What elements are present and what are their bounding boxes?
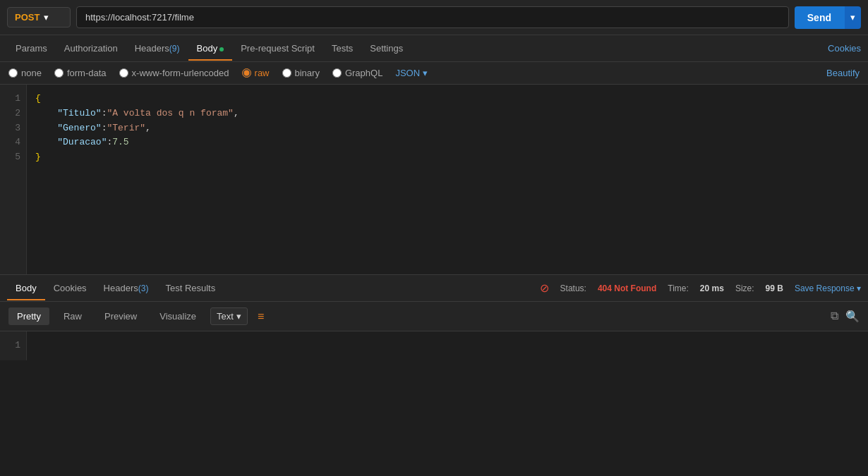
- response-body: 1: [0, 331, 868, 360]
- code-editor[interactable]: { "Titulo":"A volta dos q n foram", "Gen…: [27, 85, 868, 274]
- request-tabs: Params Authorization Headers(9) Body Pre…: [0, 35, 868, 62]
- tab-headers[interactable]: Headers(9): [126, 36, 188, 61]
- send-button[interactable]: Send: [795, 6, 844, 29]
- method-chevron-icon: ▾: [44, 12, 49, 23]
- line-numbers: 1 2 3 4 5: [0, 85, 27, 274]
- resp-tab-body[interactable]: Body: [7, 276, 45, 300]
- size-value: 99 B: [766, 283, 783, 293]
- status-value: 404 Not Found: [598, 283, 656, 293]
- response-code: [27, 331, 868, 360]
- resp-tab-headers[interactable]: Headers(3): [95, 276, 157, 300]
- filter-icon[interactable]: ≡: [258, 310, 264, 323]
- top-bar: POST ▾ Send ▾: [0, 0, 868, 35]
- option-raw[interactable]: raw: [242, 68, 270, 78]
- beautify-button[interactable]: Beautify: [826, 68, 860, 78]
- tab-params[interactable]: Params: [7, 36, 56, 61]
- option-none[interactable]: none: [8, 68, 42, 78]
- body-options: none form-data x-www-form-urlencoded raw…: [0, 62, 868, 85]
- status-area: ⊘ Status: 404 Not Found Time: 20 ms Size…: [540, 281, 861, 295]
- method-text: POST: [15, 12, 40, 23]
- cookies-link[interactable]: Cookies: [828, 36, 861, 61]
- option-urlencoded[interactable]: x-www-form-urlencoded: [119, 68, 229, 78]
- text-chevron-icon: ▾: [236, 311, 241, 322]
- method-selector[interactable]: POST ▾: [7, 7, 71, 28]
- time-label: Time:: [668, 283, 689, 293]
- body-dot: [219, 47, 224, 51]
- tab-tests[interactable]: Tests: [323, 36, 361, 61]
- resp-tab-cookies[interactable]: Cookies: [45, 276, 95, 300]
- request-body-editor[interactable]: 1 2 3 4 5 { "Titulo":"A volta dos q n fo…: [0, 85, 868, 275]
- size-label: Size:: [735, 283, 754, 293]
- status-label: Status:: [560, 283, 586, 293]
- json-type-select[interactable]: JSON ▾: [395, 68, 428, 78]
- view-options: Pretty Raw Preview Visualize Text ▾ ≡ ⧉ …: [0, 302, 868, 331]
- search-icon[interactable]: 🔍: [845, 310, 860, 323]
- time-value: 20 ms: [700, 283, 724, 293]
- save-response-button[interactable]: Save Response ▾: [795, 283, 861, 293]
- json-chevron-icon: ▾: [423, 68, 428, 78]
- raw-button[interactable]: Raw: [55, 307, 90, 325]
- resp-tab-test-results[interactable]: Test Results: [157, 276, 224, 300]
- preview-button[interactable]: Preview: [96, 307, 145, 325]
- resp-line-numbers: 1: [0, 331, 27, 360]
- option-binary[interactable]: binary: [282, 68, 320, 78]
- pretty-button[interactable]: Pretty: [8, 307, 49, 325]
- option-graphql[interactable]: GraphQL: [332, 68, 382, 78]
- view-right-icons: ⧉ 🔍: [831, 310, 860, 323]
- tab-pre-request[interactable]: Pre-request Script: [232, 36, 323, 61]
- tab-authorization[interactable]: Authorization: [56, 36, 126, 61]
- status-error-icon: ⊘: [540, 281, 549, 295]
- tab-settings[interactable]: Settings: [361, 36, 411, 61]
- send-group: Send ▾: [795, 6, 861, 29]
- option-form-data[interactable]: form-data: [54, 68, 107, 78]
- response-tabs: Body Cookies Headers(3) Test Results ⊘ S…: [0, 275, 868, 302]
- url-input[interactable]: [76, 6, 789, 28]
- copy-icon[interactable]: ⧉: [831, 310, 838, 323]
- text-format-select[interactable]: Text ▾: [210, 307, 248, 325]
- send-dropdown-button[interactable]: ▾: [844, 6, 861, 29]
- tab-body[interactable]: Body: [188, 36, 233, 61]
- visualize-button[interactable]: Visualize: [151, 307, 205, 325]
